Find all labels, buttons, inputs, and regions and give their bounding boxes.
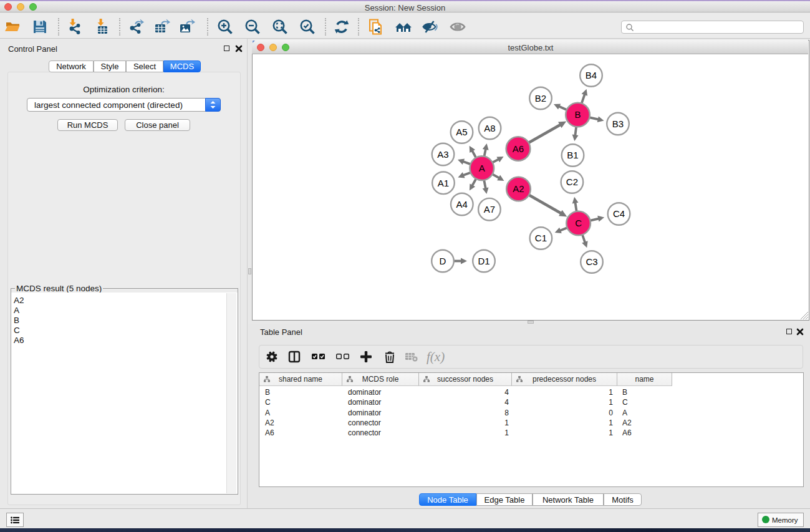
svg-text:A1: A1 xyxy=(438,178,449,188)
svg-text:A3: A3 xyxy=(437,149,448,160)
svg-text:D1: D1 xyxy=(478,256,489,266)
svg-text:B: B xyxy=(574,109,581,120)
svg-text:A7: A7 xyxy=(484,204,495,215)
svg-text:D: D xyxy=(440,256,446,266)
svg-text:A6: A6 xyxy=(513,143,524,154)
svg-text:A8: A8 xyxy=(484,123,495,133)
svg-text:A4: A4 xyxy=(456,199,468,210)
svg-text:C2: C2 xyxy=(566,177,578,187)
svg-text:C4: C4 xyxy=(613,208,625,219)
svg-text:A2: A2 xyxy=(513,183,524,194)
svg-text:B4: B4 xyxy=(586,70,597,80)
svg-text:A5: A5 xyxy=(456,127,467,137)
svg-text:C1: C1 xyxy=(535,233,547,243)
svg-text:B1: B1 xyxy=(567,150,578,160)
svg-text:B3: B3 xyxy=(612,118,624,129)
svg-text:C: C xyxy=(575,218,582,228)
svg-text:A: A xyxy=(479,163,485,173)
svg-text:C3: C3 xyxy=(586,256,597,267)
svg-text:B2: B2 xyxy=(535,93,546,104)
